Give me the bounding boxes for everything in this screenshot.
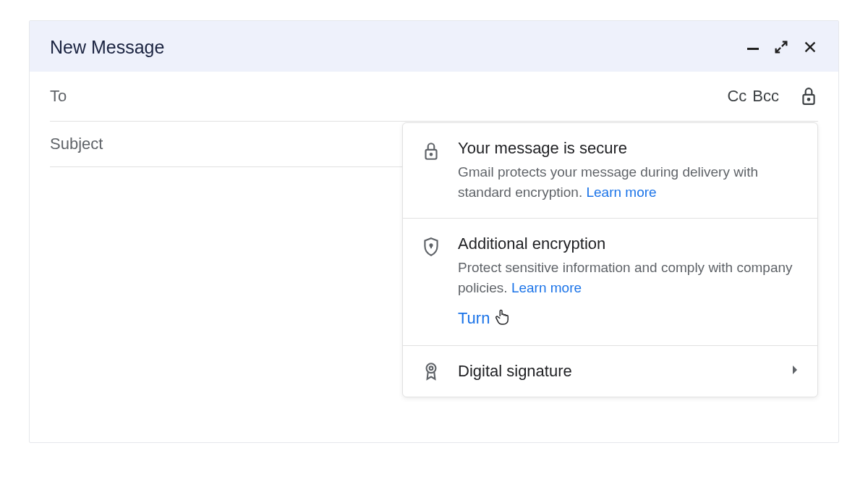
svg-point-9 bbox=[430, 367, 433, 371]
badge-icon bbox=[422, 360, 442, 382]
secure-description: Gmail protects your message during deliv… bbox=[458, 162, 799, 202]
recipients-right: Cc Bcc bbox=[727, 85, 818, 108]
recipients-row[interactable]: To Cc Bcc bbox=[50, 72, 818, 122]
svg-point-8 bbox=[427, 363, 436, 373]
additional-description: Protect sensitive information and comply… bbox=[458, 258, 799, 297]
chevron-right-icon bbox=[791, 365, 799, 378]
lock-icon bbox=[422, 139, 442, 202]
lock-icon[interactable] bbox=[799, 85, 818, 108]
additional-section: Additional encryption Protect sensitive … bbox=[403, 219, 817, 346]
compose-header: New Message bbox=[30, 21, 838, 72]
svg-point-3 bbox=[808, 98, 810, 101]
svg-point-5 bbox=[430, 153, 433, 156]
cc-bcc-toggle: Cc Bcc bbox=[727, 87, 779, 106]
compose-window: New Message To bbox=[29, 20, 839, 443]
additional-content: Additional encryption Protect sensitive … bbox=[458, 235, 799, 329]
signature-section[interactable]: Digital signature bbox=[403, 346, 817, 397]
cc-toggle[interactable]: Cc bbox=[727, 87, 746, 106]
minimize-icon[interactable] bbox=[747, 41, 760, 54]
compose-title: New Message bbox=[50, 37, 164, 58]
secure-content: Your message is secure Gmail protects yo… bbox=[458, 139, 799, 202]
bcc-toggle[interactable]: Bcc bbox=[752, 87, 779, 106]
expand-icon[interactable] bbox=[773, 39, 789, 55]
secure-heading: Your message is secure bbox=[458, 139, 799, 158]
to-label: To bbox=[50, 87, 67, 106]
encryption-popup: Your message is secure Gmail protects yo… bbox=[402, 122, 818, 397]
signature-heading: Digital signature bbox=[458, 362, 775, 381]
cursor-hand-icon bbox=[494, 308, 510, 329]
turn-on-link[interactable]: Turn bbox=[458, 309, 490, 328]
additional-learn-more-link[interactable]: Learn more bbox=[511, 280, 582, 295]
secure-learn-more-link[interactable]: Learn more bbox=[586, 185, 656, 200]
secure-section: Your message is secure Gmail protects yo… bbox=[403, 123, 817, 219]
header-actions bbox=[747, 39, 818, 55]
shield-icon bbox=[422, 235, 442, 329]
close-icon[interactable] bbox=[802, 39, 818, 55]
additional-heading: Additional encryption bbox=[458, 235, 799, 253]
turn-row: Turn bbox=[458, 308, 799, 329]
svg-point-6 bbox=[430, 244, 433, 246]
